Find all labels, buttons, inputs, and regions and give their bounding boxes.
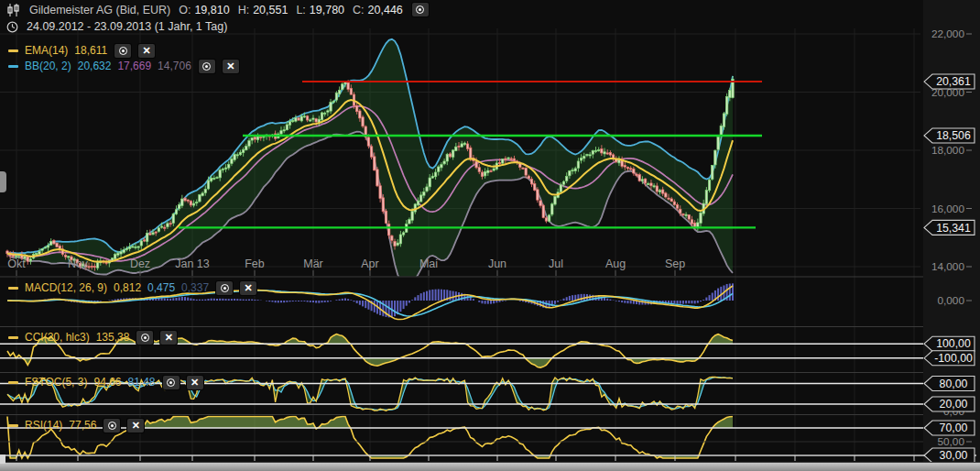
cci-visibility-button[interactable]: [136, 331, 153, 345]
svg-text:Jul: Jul: [549, 257, 563, 270]
bb-lower-value: 14,706: [158, 60, 191, 72]
svg-text:Apr: Apr: [361, 257, 378, 270]
window-corner-grip: [0, 455, 5, 464]
rsi-level-badge: 70,00: [924, 421, 975, 435]
svg-text:16,000: 16,000: [931, 203, 965, 215]
macd-label: MACD(12, 26, 9): [25, 281, 107, 294]
cci-level-badge: -100,00: [924, 351, 975, 366]
svg-text:18,506: 18,506: [936, 129, 971, 142]
price-level-badge: 20,361: [924, 74, 975, 89]
rsi-remove-button[interactable]: ✕: [127, 419, 144, 433]
series-visibility-button[interactable]: [412, 3, 429, 16]
ema-color-swatch: [8, 49, 18, 52]
stoch-level-badge: 80,00: [924, 377, 975, 391]
bb-color-swatch: [8, 65, 18, 68]
macd-signal-value: 0,475: [147, 281, 175, 294]
svg-text:Jun: Jun: [488, 257, 506, 270]
svg-text:0,000: 0,000: [937, 294, 964, 307]
chart-window: OktNovDezJan 13FebMärAprMaiJunJulAugSep2…: [0, 0, 980, 471]
cci-remove-button[interactable]: ✕: [160, 331, 177, 345]
ema-value: 18,611: [74, 44, 107, 57]
clock-icon: [6, 21, 18, 33]
fstoc-d-value: 81,48: [128, 376, 156, 389]
period-header: 24.09.2012 - 23.09.2013 (1 Jahr, 1 Tag): [6, 20, 227, 33]
svg-text:20,361: 20,361: [936, 75, 971, 88]
close-label: C:: [353, 4, 365, 16]
cci-level-badge: 100,00: [924, 336, 975, 351]
cci-color-swatch: [8, 336, 18, 339]
bb-visibility-button[interactable]: [199, 60, 215, 73]
instrument-name: Gildemeister AG (Bid, EUR): [29, 4, 170, 16]
fstoc-visibility-button[interactable]: [163, 376, 180, 389]
svg-text:Dez: Dez: [130, 257, 150, 270]
low-value: 19,780: [310, 4, 344, 16]
macd-visibility-button[interactable]: [216, 281, 233, 295]
legend-fstoc: FSTOC(5, 3) 94,66 81,48 ✕: [8, 375, 203, 389]
svg-text:70,00: 70,00: [940, 422, 968, 434]
svg-text:80,00: 80,00: [940, 378, 968, 390]
svg-text:18,000: 18,000: [931, 144, 965, 157]
price-level-badge: 15,341: [924, 220, 975, 235]
open-label: O:: [179, 4, 191, 16]
instrument-header: Gildemeister AG (Bid, EUR) O:19,810 H:20…: [6, 3, 429, 16]
svg-text:100,00: 100,00: [936, 337, 971, 350]
bottom-scrollbar[interactable]: [0, 462, 980, 471]
svg-text:Sep: Sep: [665, 257, 685, 270]
candlestick-chart-icon: [6, 4, 21, 16]
macd-value: 0,812: [114, 281, 141, 294]
bb-upper-value: 20,632: [78, 60, 112, 72]
macd-hist-value: 0,337: [181, 281, 209, 294]
fstoc-color-swatch: [8, 381, 18, 384]
bb-label: BB(20, 2): [25, 60, 71, 72]
price-level-badge: 18,506: [924, 128, 975, 143]
svg-text:20,00: 20,00: [940, 398, 968, 411]
macd-remove-button[interactable]: ✕: [240, 281, 256, 295]
rsi-level-badge: 30,00: [924, 448, 975, 463]
ema-visibility-button[interactable]: [114, 44, 131, 58]
macd-color-swatch: [8, 287, 18, 290]
legend-bb: BB(20, 2) 20,632 17,669 14,706 ✕: [8, 59, 239, 73]
svg-text:Aug: Aug: [605, 257, 626, 270]
open-value: 19,810: [194, 4, 229, 16]
legend-macd: MACD(12, 26, 9) 0,812 0,475 0,337 ✕: [8, 280, 256, 295]
legend-cci: CCI(20, hlc3) 135,38 ✕: [8, 330, 177, 345]
svg-text:Okt: Okt: [7, 257, 26, 270]
svg-text:Mär: Mär: [303, 257, 323, 270]
rsi-value: 77,56: [69, 419, 96, 432]
ema-label: EMA(14): [25, 44, 68, 57]
fstoc-remove-button[interactable]: ✕: [187, 376, 203, 389]
svg-text:Jan 13: Jan 13: [175, 257, 210, 270]
low-label: L:: [296, 4, 305, 16]
svg-text:-100,00: -100,00: [934, 352, 973, 365]
rsi-visibility-button[interactable]: [103, 419, 120, 433]
svg-text:Mai: Mai: [419, 257, 438, 270]
high-label: H:: [238, 4, 250, 16]
stoch-level-badge: 20,00: [924, 397, 975, 411]
bb-mid-value: 17,669: [117, 60, 151, 72]
cci-label: CCI(20, hlc3): [25, 331, 90, 344]
rsi-color-swatch: [8, 424, 18, 427]
fstoc-k-value: 94,66: [93, 376, 121, 389]
svg-text:15,341: 15,341: [936, 222, 971, 235]
svg-text:22,000: 22,000: [931, 27, 965, 40]
legend-rsi: RSI(14) 77,56 ✕: [8, 418, 144, 433]
close-value: 20,446: [368, 4, 403, 16]
rsi-label: RSI(14): [25, 419, 62, 432]
left-panel-handle[interactable]: [0, 171, 6, 192]
period-range: 24.09.2012 - 23.09.2013 (1 Jahr, 1 Tag): [27, 20, 227, 33]
cci-value: 135,38: [96, 331, 130, 344]
legend-ema: EMA(14) 18,611 ✕: [8, 43, 155, 58]
ema-remove-button[interactable]: ✕: [138, 44, 155, 58]
svg-text:Feb: Feb: [245, 257, 265, 270]
svg-text:Nov: Nov: [68, 257, 89, 270]
high-value: 20,551: [253, 4, 288, 16]
svg-text:14,000: 14,000: [931, 260, 965, 273]
bb-remove-button[interactable]: ✕: [223, 60, 239, 73]
svg-text:30,00: 30,00: [940, 449, 968, 462]
fstoc-label: FSTOC(5, 3): [25, 376, 87, 389]
svg-text:50,00: 50,00: [937, 435, 964, 448]
